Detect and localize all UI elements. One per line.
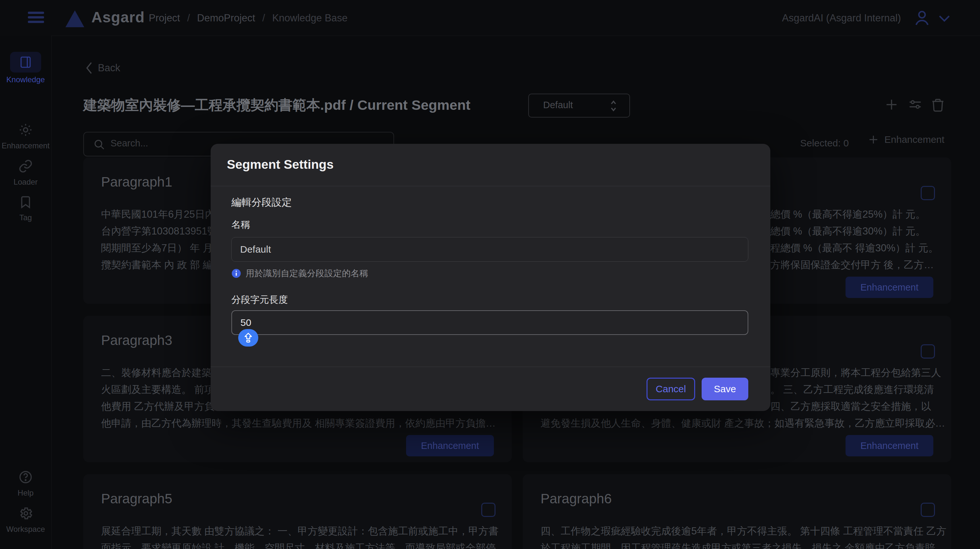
breadcrumb: Project/DemoProject/Knowledge Base: [149, 12, 348, 24]
back-button[interactable]: Back: [85, 62, 120, 75]
name-input-value: Default: [240, 244, 271, 255]
card-text-line: 於工程施工期間，因工程管理疏失造成甲方或第三者之損失，損失之 金額應由乙方負責賠: [541, 539, 933, 549]
account-chevron-down-icon[interactable]: [937, 13, 951, 24]
name-hint-row: 用於識別自定義分段設定的名稱: [231, 268, 368, 279]
modal-footer: Cancel Save: [211, 367, 770, 411]
sidebar-item-workspace[interactable]: Workspace: [0, 506, 51, 534]
modal-subtitle: 編輯分段設定: [231, 196, 292, 209]
segment-select-value: Default: [543, 100, 573, 111]
modal-title: Segment Settings: [227, 157, 334, 172]
name-input[interactable]: Default: [231, 237, 748, 262]
card-title: Paragraph5: [101, 491, 172, 506]
chevron-left-icon: [85, 62, 93, 75]
modal-header: Segment Settings: [211, 144, 770, 186]
card-text-line: 面指示，要求變更原始設 計、機能、空間尺寸、材料及施工方法等，而導致局部或全部停: [101, 539, 494, 549]
sidebar-item-knowledge[interactable]: Knowledge: [0, 52, 51, 84]
add-icon[interactable]: [884, 97, 899, 112]
user-avatar-icon[interactable]: [913, 8, 931, 27]
card-title: Paragraph1: [101, 174, 172, 190]
card-text: 四、工作物之瑕疵經驗收完成後逾5年者，甲方不得主張。 第十四條 工程管理不當責任…: [541, 523, 933, 549]
search-placeholder: Search...: [110, 138, 148, 149]
name-field-label: 名稱: [231, 218, 250, 231]
card-checkbox[interactable]: [921, 503, 935, 517]
top-bar: Asgard Project/DemoProject/Knowledge Bas…: [0, 0, 980, 36]
help-icon: [18, 470, 33, 484]
info-icon: [231, 268, 241, 278]
gear-icon: [18, 506, 33, 521]
trash-icon[interactable]: [930, 97, 946, 113]
save-button[interactable]: Save: [702, 378, 748, 400]
breadcrumb-demoproject[interactable]: DemoProject: [197, 12, 255, 24]
selected-count: Selected: 0: [800, 138, 849, 149]
card-title: Paragraph3: [101, 333, 172, 348]
sidebar-item-enhancement[interactable]: Enhancement: [0, 122, 51, 150]
card-text-line: 他申請，由乙方代為辦理時，其發生查驗費用及 相關專業簽證費用，依約應由甲方負擔…: [101, 415, 494, 432]
card-enhancement-button[interactable]: Enhancement: [845, 277, 933, 298]
card-text: 展延合理工期，其天數 由雙方協議之： 一、甲方變更設計：包含施工前或施工中，甲方…: [101, 523, 494, 549]
breadcrumb-project[interactable]: Project: [149, 12, 180, 24]
shift-arrow-badge-icon[interactable]: [238, 329, 258, 347]
tune-sliders-icon[interactable]: [907, 97, 923, 112]
sidebar: Knowledge Enhancement Loader Tag Help Wo…: [0, 36, 51, 549]
card-checkbox[interactable]: [481, 503, 495, 517]
length-input-value: 50: [240, 317, 251, 328]
length-input[interactable]: 50: [231, 310, 748, 335]
asgard-logo-icon: [65, 10, 84, 27]
add-enhancement-button[interactable]: Enhancement: [867, 134, 944, 146]
breadcrumb-knowledge-base[interactable]: Knowledge Base: [272, 12, 348, 24]
segment-select[interactable]: Default: [528, 94, 630, 117]
card-text-line: 四、工作物之瑕疵經驗收完成後逾5年者，甲方不得主張。 第十四條 工程管理不當責任…: [541, 523, 933, 539]
page-title: 建築物室內裝修—工程承攬契約書範本.pdf / Current Segment: [83, 96, 470, 115]
sidebar-item-tag[interactable]: Tag: [0, 195, 51, 222]
logo-text: Asgard: [91, 8, 145, 26]
card-text-line: 避免發生損及他人生命、身體、健康或財 產之事故；如遇有緊急事故，乙方應立即採取必…: [541, 415, 933, 432]
unfold-icon: [607, 99, 620, 113]
name-hint-text: 用於識別自定義分段設定的名稱: [246, 268, 368, 279]
card-enhancement-button[interactable]: Enhancement: [845, 435, 933, 456]
menu-icon[interactable]: [28, 12, 44, 24]
card-checkbox[interactable]: [921, 186, 935, 200]
book-icon: [10, 52, 41, 73]
card-title: Paragraph6: [541, 491, 612, 506]
card-checkbox[interactable]: [921, 344, 935, 359]
length-field-label: 分段字元長度: [231, 294, 288, 306]
paragraph-card: Paragraph6四、工作物之瑕疵經驗收完成後逾5年者，甲方不得主張。 第十四…: [523, 474, 951, 549]
search-icon: [93, 138, 105, 151]
plus-icon: [867, 134, 879, 146]
back-label: Back: [98, 62, 120, 74]
add-enhancement-label: Enhancement: [885, 134, 944, 145]
bookmark-icon: [19, 195, 33, 209]
sidebar-item-help[interactable]: Help: [0, 470, 51, 498]
paragraph-card: Paragraph5展延合理工期，其天數 由雙方協議之： 一、甲方變更設計：包含…: [83, 474, 512, 549]
sun-icon: [18, 122, 33, 137]
sidebar-item-loader[interactable]: Loader: [0, 159, 51, 187]
cancel-button[interactable]: Cancel: [646, 378, 695, 400]
card-text-line: 展延合理工期，其天數 由雙方協議之： 一、甲方變更設計：包含施工前或施工中，甲方…: [101, 523, 494, 539]
account-name: AsgardAI (Asgard Internal): [782, 12, 901, 24]
segment-settings-modal: Segment Settings 編輯分段設定 名稱 Default 用於識別自…: [211, 144, 770, 411]
link-icon: [18, 159, 33, 174]
card-enhancement-button[interactable]: Enhancement: [406, 435, 494, 456]
